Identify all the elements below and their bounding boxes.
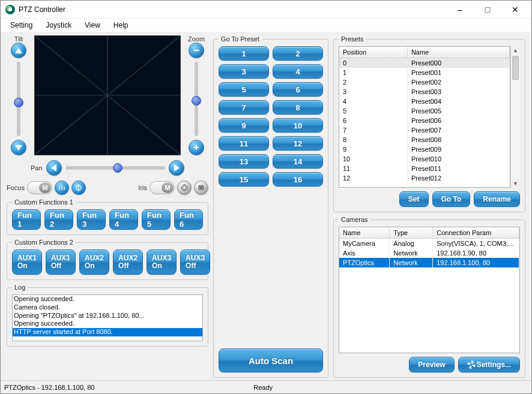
fun-button-1[interactable]: Fun 1 [12,209,41,230]
auto-scan-button[interactable]: Auto Scan [219,348,323,372]
log-line[interactable]: Opening "PTZOptics" at 192.168.1.100, 80… [13,312,202,320]
camera-preview-button[interactable]: Preview [409,357,454,372]
aux-button-3[interactable]: AUX2 On [79,249,109,275]
preset-row[interactable]: 4Preset004 [339,97,510,106]
goto-preset-15[interactable]: 15 [219,172,269,187]
fun-button-4[interactable]: Fun 4 [109,209,138,230]
log-line[interactable]: Opening succeeded. [13,320,202,328]
preset-row[interactable]: 10Preset010 [339,154,510,164]
custom-functions-2: Custom Functions 2 AUX1 OnAUX1 OffAUX2 O… [7,239,208,280]
camera-row[interactable]: MyCameraAnalogSony(VISCA), 1, COM3, 96..… [339,239,519,249]
iris-manual-toggle[interactable]: M [150,181,175,194]
fun-button-6[interactable]: Fun 6 [174,209,203,230]
tilt-up-button[interactable] [11,43,26,58]
goto-preset-13[interactable]: 13 [219,154,269,169]
scroll-down-icon: ▼ [513,179,518,188]
goto-preset-9[interactable]: 9 [219,118,269,133]
zoom-slider[interactable] [195,62,198,136]
preset-row[interactable]: 0Preset000 [339,58,510,68]
zoom-label: Zoom [188,35,205,43]
preset-row[interactable]: 12Preset012 [339,173,510,183]
custom-functions-2-legend: Custom Functions 2 [12,239,76,246]
goto-preset-2[interactable]: 2 [273,46,323,61]
iris-close-button[interactable] [194,181,208,195]
goto-preset-10[interactable]: 10 [273,118,323,133]
goto-preset-5[interactable]: 5 [219,82,269,97]
tilt-column: Tilt [7,35,31,155]
presets-header-position[interactable]: Position [339,47,407,58]
aux-button-5[interactable]: AUX3 On [147,249,177,275]
focus-far-button[interactable] [71,181,86,195]
preset-row[interactable]: 2Preset002 [339,77,510,87]
preset-goto-button[interactable]: Go To [432,191,471,207]
focus-near-icon [58,184,66,192]
goto-preset-legend: Go To Preset [219,35,262,43]
preset-row[interactable]: 3Preset003 [339,87,510,97]
pan-right-button[interactable] [169,160,184,176]
camera-row[interactable]: PTZOpticsNetwork192.168.1.100, 80 [339,258,519,267]
preset-row[interactable]: 8Preset008 [339,135,510,145]
camera-row[interactable]: AxisNetwork192.168.1.90, 80 [339,248,519,258]
preset-row[interactable]: 5Preset005 [339,106,510,116]
menu-view[interactable]: View [80,20,105,31]
tilt-down-button[interactable] [11,140,26,155]
goto-preset-11[interactable]: 11 [219,136,269,151]
focus-manual-toggle[interactable]: M [27,181,52,194]
log-line[interactable]: Camera closed. [13,303,202,312]
cameras-header-conn[interactable]: Connection Param [433,227,519,239]
arrow-up-icon [15,48,22,53]
menu-setting[interactable]: Setting [5,20,37,31]
cameras-header-type[interactable]: Type [390,227,433,239]
goto-preset-16[interactable]: 16 [273,172,323,187]
arrow-left-icon [51,164,56,172]
log-line[interactable]: Opening succeeded. [13,295,202,303]
zoom-in-button[interactable]: + [189,140,204,155]
goto-preset-7[interactable]: 7 [219,100,269,115]
goto-preset-1[interactable]: 1 [219,46,269,61]
preview-canvas[interactable] [34,35,181,155]
camera-settings-button[interactable]: Settings... [458,357,520,372]
fun-button-5[interactable]: Fun 5 [142,209,171,230]
menu-help[interactable]: Help [109,20,133,31]
goto-preset-6[interactable]: 6 [273,82,323,97]
cameras-header-name[interactable]: Name [339,227,390,239]
menu-joystick[interactable]: Joystick [41,20,76,31]
fun-button-2[interactable]: Fun 2 [44,209,73,230]
preset-set-button[interactable]: Set [399,191,429,207]
focus-near-button[interactable] [55,181,69,195]
preset-row[interactable]: 7Preset007 [339,125,510,135]
iris-open-button[interactable] [177,181,192,195]
goto-preset-14[interactable]: 14 [273,154,323,169]
presets-scrollbar[interactable]: ▲ ▼ [510,46,520,188]
goto-preset-3[interactable]: 3 [219,64,269,79]
fun-button-3[interactable]: Fun 3 [77,209,106,230]
tilt-label: Tilt [14,35,23,43]
pan-slider[interactable] [65,166,165,170]
menubar: Setting Joystick View Help [1,19,531,32]
preset-row[interactable]: 11Preset011 [339,164,510,173]
minimize-button[interactable]: – [446,1,474,19]
preset-row[interactable]: 9Preset009 [339,145,510,154]
goto-preset-8[interactable]: 8 [273,100,323,115]
aux-button-6[interactable]: AUX3 Off [180,249,210,275]
zoom-out-button[interactable]: − [189,43,204,58]
tilt-slider[interactable] [17,62,20,136]
log-list[interactable]: Opening succeeded.Camera closed.Opening … [12,294,203,341]
pan-left-button[interactable] [46,160,62,176]
presets-header-name[interactable]: Name [407,47,509,58]
log-line[interactable]: HTTP server started at Port 8080. [13,328,202,336]
aux-button-1[interactable]: AUX1 On [12,249,42,275]
preset-rename-button[interactable]: Rename [474,191,520,207]
presets-table[interactable]: Position Name 0Preset0001Preset0012Prese… [339,47,510,183]
aux-button-2[interactable]: AUX1 Off [46,249,76,275]
cameras-table[interactable]: Name Type Connection Param MyCameraAnalo… [339,227,519,267]
aux-button-4[interactable]: AUX2 Off [113,249,143,275]
maximize-button[interactable]: □ [474,1,501,19]
close-button[interactable]: ✕ [501,1,529,19]
goto-preset-4[interactable]: 4 [273,64,323,79]
preset-row[interactable]: 6Preset006 [339,116,510,125]
preset-row[interactable]: 1Preset001 [339,68,510,77]
focus-iris-row: Focus M Iris M [7,181,208,195]
gear-icon [467,360,476,369]
goto-preset-12[interactable]: 12 [273,136,323,151]
